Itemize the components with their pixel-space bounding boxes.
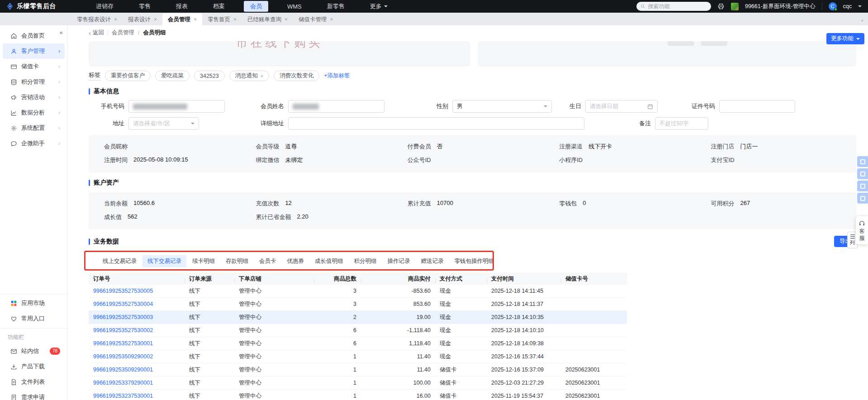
close-icon[interactable]: [114, 16, 117, 23]
table-row[interactable]: 9966199253527530003线下管理中心219.00现金2025-12…: [89, 311, 627, 324]
close-icon[interactable]: [154, 16, 157, 23]
table-column-header[interactable]: 商品实付: [361, 275, 435, 283]
member-tag-1[interactable]: 爱吃疏菜: [155, 71, 190, 81]
back-button[interactable]: 返回: [89, 29, 104, 37]
table-column-header[interactable]: 订单来源: [185, 275, 234, 283]
sidebar-item-tool-1[interactable]: 产品下载: [3, 359, 65, 374]
nav-item-0[interactable]: 进销存: [90, 1, 120, 12]
nav-item-6[interactable]: 新零售: [321, 1, 351, 12]
open-tab-3[interactable]: 零售首页: [202, 14, 242, 25]
table-row[interactable]: 9966199253509290002线下管理中心111.40现金2025-12…: [89, 350, 627, 363]
gender-select[interactable]: 男: [452, 100, 552, 113]
username[interactable]: cqc: [843, 3, 852, 10]
id-number-input[interactable]: [719, 100, 795, 113]
sidebar-item-shortcut-1[interactable]: 常用入口: [3, 311, 65, 326]
member-tag-3[interactable]: 消息通知: [229, 71, 269, 81]
business-tab-3[interactable]: 存款明细: [221, 255, 253, 267]
table-column-header[interactable]: 支付时间: [487, 275, 561, 283]
more-functions-button[interactable]: 更多功能: [826, 33, 864, 44]
user-menu-caret-icon[interactable]: [858, 5, 862, 9]
nav-item-3[interactable]: 档案: [207, 1, 231, 12]
order-number-link[interactable]: 9966199253509290001: [89, 367, 185, 373]
business-tab-7[interactable]: 积分明细: [349, 255, 382, 267]
table-column-header[interactable]: 订单号: [89, 275, 185, 283]
table-column-header[interactable]: 支付方式: [435, 275, 487, 283]
table-column-header[interactable]: 下单店铺: [234, 275, 314, 283]
tab-overflow-icon[interactable]: [860, 17, 864, 23]
member-tag-4[interactable]: 消费次数变化: [274, 71, 319, 81]
detail-address-input[interactable]: [288, 117, 584, 130]
remark-input[interactable]: [655, 117, 708, 130]
order-number-link[interactable]: 9966199253379290001: [89, 380, 185, 386]
table-column-header[interactable]: 储值卡号: [561, 275, 615, 283]
sidebar-collapse-icon[interactable]: [60, 29, 63, 36]
printer-icon[interactable]: [717, 3, 725, 10]
order-number-link[interactable]: 9966199253237530001: [89, 393, 185, 399]
sidebar-item-1[interactable]: 客户管理: [3, 43, 65, 59]
close-icon[interactable]: [233, 16, 237, 23]
table-column-header[interactable]: 商品总数: [314, 275, 361, 283]
sidebar-item-7[interactable]: 企微助手: [3, 136, 65, 151]
member-tag-0[interactable]: 重要价值客户: [105, 71, 151, 81]
user-avatar[interactable]: C: [829, 2, 837, 10]
business-tab-5[interactable]: 优惠券: [282, 255, 309, 267]
floating-tool-icon[interactable]: [857, 168, 868, 179]
business-tab-10[interactable]: 零钱包操作明细: [450, 255, 499, 267]
close-icon[interactable]: [261, 73, 263, 79]
open-tab-1[interactable]: 报表设计: [123, 14, 162, 25]
phone-field[interactable]: [128, 100, 225, 113]
floating-tool-icon[interactable]: [857, 181, 868, 191]
table-row[interactable]: 9966199253237530001线下管理中心116.00储值卡2025-1…: [89, 390, 627, 400]
order-number-link[interactable]: 9966199253527530005: [89, 288, 185, 294]
sidebar-item-tool-2[interactable]: 文件列表: [3, 374, 65, 390]
nav-item-2[interactable]: 报表: [170, 1, 194, 12]
nav-item-4[interactable]: 会员: [244, 1, 268, 12]
close-icon[interactable]: [330, 16, 333, 23]
floating-tool-icon[interactable]: [857, 156, 868, 167]
business-tab-4[interactable]: 会员卡: [254, 255, 281, 267]
table-row[interactable]: 9966199253379290001线下管理中心1100.00储值卡2025-…: [89, 376, 627, 390]
table-row[interactable]: 9966199253527530004线下管理中心3853.60现金2025-1…: [89, 298, 627, 311]
business-tab-0[interactable]: 线上交易记录: [98, 255, 142, 267]
region-select[interactable]: 请选择省/市/区: [128, 117, 199, 130]
table-row[interactable]: 9966199253527530005线下管理中心3-853.60现金2025-…: [89, 285, 627, 298]
order-number-link[interactable]: 9966199253527530003: [89, 314, 185, 320]
business-tab-1[interactable]: 线下交易记录: [142, 255, 186, 267]
sidebar-item-tool-0[interactable]: 站内信78: [3, 343, 65, 359]
business-tab-2[interactable]: 续卡明细: [187, 255, 220, 267]
add-tag-link[interactable]: +添加标签: [324, 72, 350, 80]
open-tab-5[interactable]: 储值卡管理: [293, 14, 339, 25]
sidebar-item-6[interactable]: 系统配置: [3, 120, 65, 136]
member-name-field[interactable]: [288, 100, 384, 113]
business-tab-9[interactable]: 赠送记录: [416, 255, 449, 267]
sidebar-item-shortcut-0[interactable]: 应用市场: [3, 295, 65, 311]
nav-item-7[interactable]: 更多: [364, 1, 394, 12]
member-tag-2[interactable]: 342523: [194, 71, 225, 81]
floating-tool-icon[interactable]: [857, 193, 868, 204]
business-tab-8[interactable]: 操作记录: [383, 255, 415, 267]
customer-service-widget[interactable]: 客服: [856, 216, 868, 244]
open-tab-0[interactable]: 零售报表设计: [71, 14, 123, 25]
nav-item-5[interactable]: WMS: [281, 2, 308, 11]
business-tab-6[interactable]: 成长值明细: [310, 255, 348, 267]
birthday-date-field[interactable]: 请选择日期: [585, 100, 658, 113]
sidebar-item-3[interactable]: 积分管理: [3, 74, 65, 90]
close-icon[interactable]: [285, 16, 288, 23]
search-input[interactable]: [648, 3, 707, 10]
close-icon[interactable]: [194, 16, 197, 23]
sidebar-item-tool-3[interactable]: 需求申请: [3, 390, 65, 400]
open-tab-2[interactable]: 会员管理: [162, 14, 202, 25]
order-number-link[interactable]: 9966199253527530001: [89, 340, 185, 347]
table-row[interactable]: 9966199253527530002线下管理中心6-1,118.40现金202…: [89, 324, 627, 337]
nav-item-1[interactable]: 零售: [133, 1, 157, 12]
sidebar-item-5[interactable]: 数据分析: [3, 105, 65, 120]
tenant-name[interactable]: 99661-新界面环境-管理中心: [745, 3, 816, 10]
order-number-link[interactable]: 9966199253509290002: [89, 353, 185, 360]
open-tab-4[interactable]: 已结账单查询: [242, 14, 293, 25]
breadcrumb-parent[interactable]: 会员管理: [112, 29, 134, 37]
order-number-link[interactable]: 9966199253527530004: [89, 301, 185, 307]
sidebar-item-0[interactable]: 会员首页: [3, 28, 65, 43]
table-row[interactable]: 9966199253509290001线下管理中心111.40储值卡2025-1…: [89, 363, 627, 376]
global-search[interactable]: [636, 2, 711, 11]
table-row[interactable]: 9966199253527530001线下管理中心61,118.40现金2025…: [89, 337, 627, 350]
